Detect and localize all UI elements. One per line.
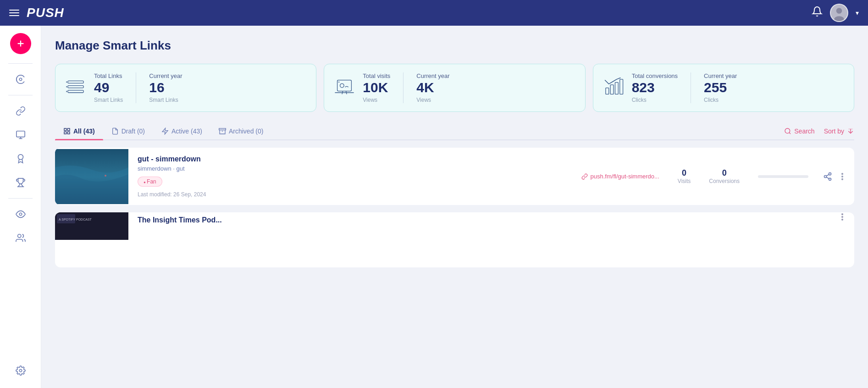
link-stats-0: 0 Visits 0 Conversions [667,168,751,184]
hamburger-button[interactable] [9,10,19,16]
stat-total-conversions-value: 823 [632,79,678,96]
top-nav: PUSH ▾ [0,0,868,26]
svg-marker-33 [162,128,168,134]
user-menu-chevron[interactable]: ▾ [856,9,859,17]
stat-total-conversions: Total conversions 823 Clicks [632,72,678,103]
more-button-0[interactable] [838,172,847,181]
stat-year-conversions-label: Current year [704,72,737,79]
svg-point-46 [842,173,843,174]
link-card-0: gut - simmerdown simmerdown · gut Fan La… [55,148,854,205]
visits-stat-icon [333,76,355,100]
svg-point-47 [842,176,843,177]
conversions-stat-icon [603,76,625,100]
link-url-text-0: push.fm/fl/gut-simmerdo... [591,173,659,180]
sidebar-divider-1 [8,63,33,64]
main-content: Manage Smart Links Total [41,26,868,388]
stat-divider-links [136,72,136,103]
search-label: Search [794,127,814,135]
link-tag-0: Fan [138,177,162,187]
notifications-icon[interactable] [812,6,823,20]
stat-year-conversions-value: 255 [704,79,737,96]
svg-point-11 [17,234,21,238]
stat-total-visits-value: 10K [363,79,390,96]
stat-total-links-sub: Smart Links [94,97,123,103]
tabs-row: All (43) Draft (0) Active (43) Archived … [55,123,854,140]
svg-rect-13 [68,81,83,83]
stat-year-visits-value: 4K [416,79,449,96]
stat-year-conversions-sub: Clicks [704,97,737,103]
link-url-0[interactable]: push.fm/fl/gut-simmerdo... [574,173,667,180]
link-actions-1 [830,212,854,222]
add-button[interactable] [10,33,31,54]
link-date-0: Last modified: 26 Sep, 2024 [138,191,565,198]
tab-draft-label: Draft (0) [122,127,145,135]
tab-archived[interactable]: Archived (0) [210,123,271,139]
link-info-0: gut - simmerdown simmerdown · gut Fan La… [128,148,574,205]
nav-right: ▾ [812,4,859,22]
stat-card-links: Total Links 49 Smart Links Current year … [55,64,316,112]
sidebar-item-dashboard[interactable] [11,69,31,89]
svg-rect-6 [16,131,24,137]
sidebar-item-group[interactable] [11,228,31,248]
share-button-0[interactable] [823,172,832,181]
svg-point-23 [340,83,344,88]
stat-year-conversions: Current year 255 Clicks [704,72,737,103]
nav-left: PUSH [9,6,64,20]
link-title-0: gut - simmerdown [138,155,565,163]
stat-total-visits-label: Total visits [363,72,390,79]
svg-point-9 [18,155,23,160]
sort-button[interactable]: Sort by [824,127,854,135]
svg-point-10 [19,213,22,216]
stat-card-visits: Total visits 10K Views Current year 4K V… [324,64,585,112]
svg-point-52 [842,214,843,215]
more-button-1[interactable] [838,212,847,222]
tab-all[interactable]: All (43) [55,123,103,139]
sidebar-item-badge[interactable] [11,149,31,169]
svg-rect-34 [219,128,226,130]
svg-rect-19 [337,80,352,91]
sidebar-item-links[interactable] [11,101,31,121]
link-progress-0 [751,175,816,178]
stat-divider-visits [403,72,404,103]
svg-point-43 [829,178,831,180]
stats-row: Total Links 49 Smart Links Current year … [55,64,854,112]
link-thumbnail-1: A SPOTIFY PODCAST [55,212,128,240]
sidebar [0,26,41,388]
link-title-1: The Insight Times Pod... [138,216,821,224]
link-conversions-label-0: Conversions [709,178,740,184]
stat-total-links: Total Links 49 Smart Links [94,72,123,103]
avatar[interactable] [830,4,848,22]
tab-archived-label: Archived (0) [229,127,263,135]
stat-year-links-value: 16 [149,79,182,96]
tab-all-label: All (43) [73,127,95,135]
svg-rect-25 [606,88,609,94]
link-actions-0 [816,172,854,181]
svg-point-48 [842,178,843,180]
svg-rect-14 [68,85,83,88]
sidebar-item-media[interactable] [11,125,31,145]
stat-total-links-value: 49 [94,79,123,96]
links-stat-icon [65,76,87,100]
sidebar-divider-3 [8,198,33,199]
tab-active[interactable]: Active (43) [153,123,210,139]
svg-rect-28 [619,79,623,94]
tab-active-label: Active (43) [171,127,202,135]
stat-year-links-sub: Smart Links [149,97,182,103]
svg-line-44 [826,177,829,178]
search-button[interactable]: Search [784,127,814,135]
svg-point-42 [824,175,827,177]
main-layout: Manage Smart Links Total [0,26,868,388]
sidebar-item-eye[interactable] [11,204,31,224]
link-conversions-value-0: 0 [709,168,740,178]
svg-line-45 [826,174,829,176]
stat-year-links-label: Current year [149,72,182,79]
svg-rect-32 [67,132,70,134]
link-conversions-0: 0 Conversions [709,168,740,184]
tab-draft[interactable]: Draft (0) [103,123,153,139]
sidebar-item-settings[interactable] [11,360,31,381]
svg-point-41 [829,172,831,175]
stat-divider-conversions [691,72,691,103]
svg-point-54 [842,219,843,221]
app-logo: PUSH [27,6,64,20]
sidebar-item-trophy[interactable] [11,172,31,193]
